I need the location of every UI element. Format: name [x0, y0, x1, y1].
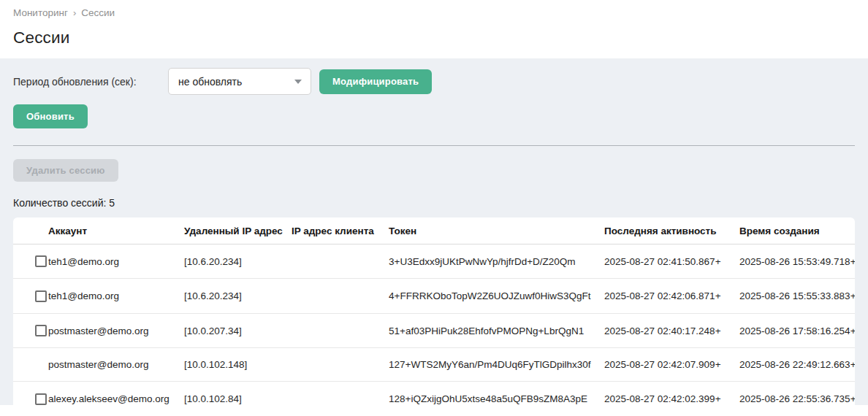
breadcrumb: Мониторинг › Сессии	[0, 0, 868, 18]
session-created-time: 2025-08-26 22:55:36.735+	[739, 382, 855, 416]
table-row: alexey.alekseev@demo.org[10.0.102.84]128…	[13, 382, 855, 416]
sessions-table: АккаунтУдаленный IP адресIP адрес клиент…	[13, 217, 855, 416]
sessions-table-header-row: АккаунтУдаленный IP адресIP адрес клиент…	[13, 217, 855, 244]
row-checkbox[interactable]	[35, 325, 47, 336]
refresh-period-row: Период обновления (сек): не обновлять Мо…	[13, 68, 855, 95]
table-row: postmaster@demo.org[10.0.102.148]127+WTS…	[13, 348, 855, 382]
column-header-checkbox	[13, 217, 48, 244]
refresh-button[interactable]: Обновить	[13, 104, 88, 128]
refresh-period-select[interactable]: не обновлять	[168, 68, 311, 95]
session-token: 4+FFRRKOboTopW2Z6UOJZuwf0HiwS3QgFt	[389, 279, 604, 313]
session-last-activity: 2025-08-27 02:42:06.871+	[604, 279, 739, 313]
session-account: postmaster@demo.org	[48, 313, 184, 347]
session-last-activity: 2025-08-27 02:41:50.867+	[604, 244, 739, 279]
breadcrumb-item-monitoring[interactable]: Мониторинг	[13, 7, 68, 18]
table-row: postmaster@demo.org[10.0.207.34]51+af03P…	[13, 313, 855, 347]
delete-session-button: Удалить сессию	[13, 159, 118, 182]
sessions-page: Мониторинг › Сессии Сессии Период обновл…	[0, 0, 868, 416]
session-client-ip	[292, 382, 389, 416]
session-token: 51+af03PHiPuk28EhfofvPMOPNg+LbrQgN1	[389, 313, 604, 347]
row-checkbox[interactable]	[35, 393, 47, 405]
session-remote-ip: [10.6.20.234]	[184, 244, 292, 279]
session-created-time: 2025-08-26 15:55:33.883+	[739, 279, 855, 313]
column-header: Время создания	[739, 217, 855, 244]
page-title: Сессии	[0, 18, 868, 47]
session-created-time: 2025-08-26 22:49:12.663+	[739, 348, 855, 382]
row-checkbox-cell	[13, 348, 48, 382]
session-client-ip	[292, 244, 389, 279]
breadcrumb-item-sessions[interactable]: Сессии	[81, 7, 115, 18]
session-account: postmaster@demo.org	[48, 348, 184, 382]
session-account: alexey.alekseev@demo.org	[48, 382, 184, 416]
session-created-time: 2025-08-26 15:53:49.718+	[739, 244, 855, 279]
refresh-period-label: Период обновления (сек):	[13, 76, 168, 88]
row-checkbox-cell	[13, 244, 48, 279]
session-client-ip	[292, 279, 389, 313]
column-header: Токен	[389, 217, 604, 244]
table-row: teh1@demo.org[10.6.20.234]4+FFRRKOboTopW…	[13, 279, 855, 313]
session-client-ip	[292, 313, 389, 347]
session-remote-ip: [10.0.102.148]	[184, 348, 292, 382]
session-token: 3+U3Edxx9jUKtPwNwYp/hjfrDd+D/Z20Qm	[389, 244, 604, 279]
column-header: Аккаунт	[48, 217, 184, 244]
session-remote-ip: [10.0.102.84]	[184, 382, 292, 416]
session-account: teh1@demo.org	[48, 244, 184, 279]
modify-button[interactable]: Модифицировать	[319, 69, 432, 94]
chevron-down-icon	[294, 80, 302, 84]
breadcrumb-separator-icon: ›	[73, 7, 76, 18]
table-row: teh1@demo.org[10.6.20.234]3+U3Edxx9jUKtP…	[13, 244, 855, 279]
session-token: 127+WTS2MyY6an/Pm4DUq6FyTlGDpilhx30f	[389, 348, 604, 382]
session-account: teh1@demo.org	[48, 279, 184, 313]
content-panel: Период обновления (сек): не обновлять Мо…	[0, 58, 868, 405]
row-checkbox-cell	[13, 313, 48, 347]
row-checkbox-cell	[13, 279, 48, 313]
session-remote-ip: [10.0.207.34]	[184, 313, 292, 347]
row-checkbox-cell	[13, 382, 48, 416]
session-client-ip	[292, 348, 389, 382]
column-header: IP адрес клиента	[292, 217, 389, 244]
sessions-table-card: АккаунтУдаленный IP адресIP адрес клиент…	[13, 217, 855, 416]
session-last-activity: 2025-08-27 02:40:17.248+	[604, 313, 739, 347]
session-last-activity: 2025-08-27 02:42:02.399+	[604, 382, 739, 416]
row-checkbox[interactable]	[35, 290, 47, 302]
sessions-table-body: teh1@demo.org[10.6.20.234]3+U3Edxx9jUKtP…	[13, 244, 855, 416]
session-count-label: Количество сессий: 5	[13, 197, 855, 209]
divider	[13, 145, 855, 146]
session-last-activity: 2025-08-27 02:42:07.909+	[604, 348, 739, 382]
refresh-period-selected-value: не обновлять	[178, 76, 242, 88]
session-remote-ip: [10.6.20.234]	[184, 279, 292, 313]
session-token: 128+iQZxijgOhU5xtse48a5uQFB9sZM8A3pE	[389, 382, 604, 416]
row-checkbox[interactable]	[35, 255, 47, 267]
column-header: Удаленный IP адрес	[184, 217, 292, 244]
session-created-time: 2025-08-26 17:58:16.254+	[739, 313, 855, 347]
column-header: Последняя активность	[604, 217, 739, 244]
